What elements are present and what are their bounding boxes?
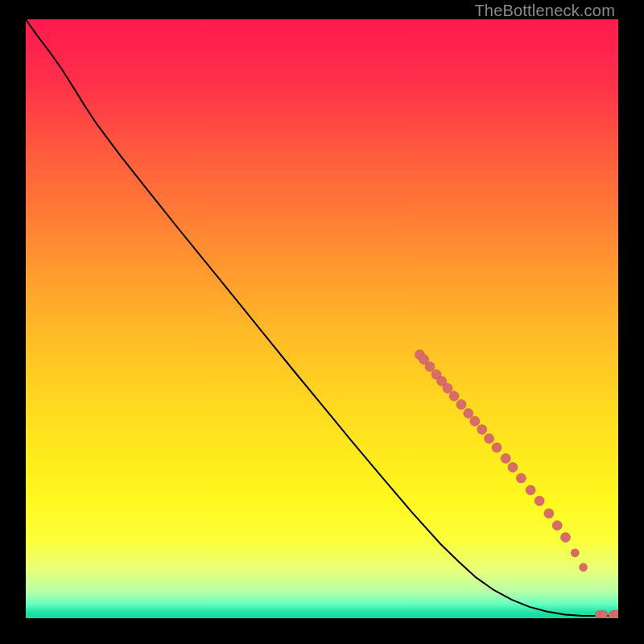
chart-marker (508, 463, 518, 473)
chart-markers (415, 350, 618, 618)
watermark-text: TheBottleneck.com (474, 2, 615, 20)
chart-marker (470, 416, 480, 426)
chart-overlay (26, 19, 618, 618)
chart-marker (492, 443, 502, 452)
chart-marker (544, 509, 554, 518)
chart-frame: TheBottleneck.com (0, 0, 644, 644)
chart-marker (501, 453, 510, 463)
chart-marker (561, 533, 571, 543)
plot-area (26, 19, 618, 618)
chart-marker (571, 549, 579, 557)
chart-marker (477, 425, 487, 435)
chart-marker (464, 409, 473, 419)
chart-marker (449, 391, 459, 401)
chart-marker (456, 399, 466, 409)
chart-marker (526, 485, 535, 495)
chart-marker (552, 521, 562, 530)
chart-marker (485, 434, 494, 444)
chart-marker (443, 383, 452, 393)
chart-marker (580, 564, 588, 572)
chart-marker (535, 496, 544, 506)
chart-marker (516, 473, 526, 483)
chart-marker (425, 362, 435, 372)
chart-marker (600, 611, 608, 619)
chart-curve (26, 19, 618, 616)
